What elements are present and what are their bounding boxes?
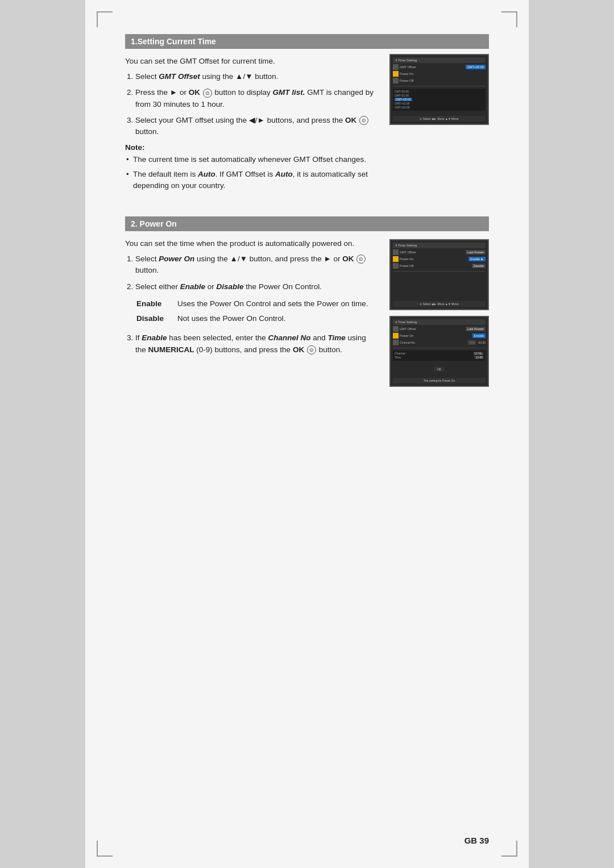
tv-bottom-3: The setting for Power On <box>393 378 486 383</box>
section1-header: 1.Setting Current Time <box>125 34 489 49</box>
def-term-disable: Disable <box>136 313 176 327</box>
tv-icon-p2 <box>393 256 399 262</box>
section2-step-1: Select Power On using the ▲/▼ button, an… <box>135 253 378 277</box>
tv-time-row: Time 12:00 <box>395 356 484 359</box>
section1-steps: Select GMT Offset using the ▲/▼ button. … <box>135 71 378 137</box>
tv-top-bar: 4 Time Setting <box>393 57 486 63</box>
tv-sep-2 <box>393 271 486 272</box>
tv-top-bar-2: 4 Time Setting <box>393 243 486 248</box>
tv-row-2: Power On <box>393 71 486 77</box>
section2-header: 2. Power On <box>125 216 489 231</box>
corner-mark-br <box>501 841 517 857</box>
page-footer: GB 39 <box>464 836 489 845</box>
tv-row-p3: Power Off Disable <box>393 263 486 269</box>
section2-images: 4 Time Setting GMT Offset Last Known Pow… <box>389 239 489 387</box>
def-row-disable: Disable Not uses the Power On Control. <box>136 313 377 327</box>
tv-row-c3: Channel No. -- -- 00:00 <box>393 340 486 345</box>
definition-table: Enable Uses the Power On Control and set… <box>135 297 378 328</box>
section1-note-2: The default item is Auto. If GMT Offset … <box>125 169 378 192</box>
section1-content: You can set the GMT Offset for current t… <box>125 57 489 199</box>
def-term-enable: Enable <box>136 298 176 312</box>
tv-row-c1: GMT Offset Last Known <box>393 326 486 332</box>
tv-icon-c2 <box>393 333 399 339</box>
page: 1.Setting Current Time You can set the G… <box>85 0 529 868</box>
tv-sep-3 <box>393 348 486 348</box>
tv-bottom-1: ⊙ Select ◀► Move ▲▼ Move <box>393 116 486 122</box>
tv-icon-3 <box>393 78 399 84</box>
section1-intro: You can set the GMT Offset for current t… <box>125 57 378 65</box>
section1-step-2: Press the ► or OK ⊙ button to display GM… <box>135 87 378 110</box>
tv-icon-p3 <box>393 263 399 269</box>
tv-channel-row: Channel 12 No. <box>395 352 484 355</box>
tv-row-c2: Power On Enable <box>393 333 486 339</box>
tv-gmt-row-2: GMT-01:00 <box>395 94 484 97</box>
section2-step-3: If Enable has been selected, enter the C… <box>135 332 378 356</box>
tv-row-1: GMT Offset GMT+00:00 <box>393 64 486 70</box>
section1-text: You can set the GMT Offset for current t… <box>125 57 378 199</box>
tv-icon-1 <box>393 64 399 70</box>
section-setting-current-time: 1.Setting Current Time You can set the G… <box>125 34 489 199</box>
tv-gmt-row-4: GMT+01:00 <box>395 102 484 105</box>
section1-step-1: Select GMT Offset using the ▲/▼ button. <box>135 71 378 82</box>
tv-row-p2: Power On Enable ► <box>393 256 486 262</box>
section1-image: 4 Time Setting GMT Offset GMT+00:00 Powe… <box>389 54 489 199</box>
corner-mark-tl <box>97 11 113 27</box>
section1-notes: The current time is set automatically wh… <box>125 154 378 191</box>
tv-icon-p1 <box>393 249 399 255</box>
section2-text: You can set the time when the product is… <box>125 239 378 387</box>
section2-steps: Select Power On using the ▲/▼ button, an… <box>135 253 378 356</box>
tv-screen-power-on-1: 4 Time Setting GMT Offset Last Known Pow… <box>389 239 489 310</box>
section1-note-1: The current time is set automatically wh… <box>125 154 378 165</box>
tv-gmt-list: GMT-02:00 GMT-01:00 GMT+00:00 GMT+01:00 <box>393 89 486 111</box>
section1-note-label: Note: <box>125 143 378 152</box>
tv-sep-1 <box>393 86 486 86</box>
section2-intro: You can set the time when the product is… <box>125 239 378 248</box>
tv-icon-c1 <box>393 326 399 332</box>
corner-mark-bl <box>97 841 113 857</box>
tv-row-3: Power Off <box>393 78 486 84</box>
section-power-on: 2. Power On You can set the time when th… <box>125 216 489 387</box>
tv-screen-gmt: 4 Time Setting GMT Offset GMT+00:00 Powe… <box>389 54 489 125</box>
tv-icon-2 <box>393 71 399 77</box>
def-desc-enable: Uses the Power On Control and sets the P… <box>177 298 377 312</box>
tv-bottom-2: ⊙ Select ◀► Move ▲▼ Move <box>393 301 486 307</box>
tv-icon-c3 <box>393 340 399 345</box>
tv-screen-power-on-2: 4 Time Setting GMT Offset Last Known Pow… <box>389 316 489 387</box>
section2-content: You can set the time when the product is… <box>125 239 489 387</box>
def-row-enable: Enable Uses the Power On Control and set… <box>136 298 377 312</box>
corner-mark-tr <box>501 11 517 27</box>
tv-gmt-row-5: GMT+02:00 <box>395 106 484 109</box>
tv-row-p1: GMT Offset Last Known <box>393 249 486 255</box>
tv-channel-box: Channel 12 No. Time 12:00 <box>393 350 486 361</box>
tv-gmt-row-3: GMT+00:00 <box>395 98 484 101</box>
tv-top-bar-3: 4 Time Setting <box>393 319 486 325</box>
section1-step-3: Select your GMT offset using the ◀/► but… <box>135 115 378 138</box>
def-desc-disable: Not uses the Power On Control. <box>177 313 377 327</box>
section2-step-2: Select either Enable or Disable the Powe… <box>135 281 378 328</box>
tv-gmt-row-1: GMT-02:00 <box>395 90 484 93</box>
